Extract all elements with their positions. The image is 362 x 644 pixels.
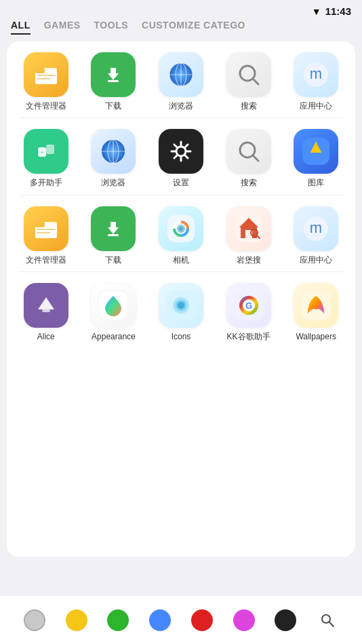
tab-all[interactable]: ALL <box>11 20 31 35</box>
svg-rect-4 <box>37 78 50 79</box>
dot-silver[interactable] <box>24 609 45 631</box>
app-label-multiopen: 多开助手 <box>30 178 62 187</box>
app-row-3: 文件管理器 下载 <box>12 206 350 265</box>
app-item-search-2[interactable]: 搜索 <box>218 129 279 187</box>
app-label-download-1: 下载 <box>105 101 121 111</box>
dot-purple[interactable] <box>233 609 255 631</box>
svg-rect-46 <box>37 229 56 230</box>
svg-text:G: G <box>245 301 252 311</box>
app-item-multiopen[interactable]: + 多开助手 <box>16 129 77 187</box>
svg-rect-50 <box>108 234 119 236</box>
time: 11:43 <box>325 5 351 17</box>
search-button[interactable] <box>317 609 338 631</box>
svg-point-54 <box>179 227 183 231</box>
app-icon-search-1 <box>226 52 271 97</box>
app-item-wallpapers[interactable]: Wallpapers <box>285 283 346 341</box>
divider-3 <box>19 271 343 272</box>
app-icon-browser-2 <box>91 129 136 174</box>
bottom-bar <box>0 595 362 644</box>
app-item-settings[interactable]: 设置 <box>150 129 212 187</box>
svg-rect-3 <box>37 75 56 76</box>
app-icon-file-manager-1 <box>24 52 68 97</box>
svg-rect-7 <box>108 80 119 82</box>
app-label-iwallsearch: 岩堡搜 <box>237 255 261 265</box>
app-row-4: Alice Appearance <box>12 283 350 341</box>
tab-games[interactable]: GAMES <box>44 20 81 35</box>
tab-tools[interactable]: TOOLS <box>94 20 128 35</box>
app-icon-settings <box>159 129 203 174</box>
app-row-1: 文件管理器 下载 <box>12 52 350 111</box>
dot-blue[interactable] <box>149 609 171 631</box>
app-icon-search-2 <box>226 129 271 174</box>
svg-rect-47 <box>37 232 50 233</box>
app-label-browser-2: 浏览器 <box>101 178 125 187</box>
app-item-download-1[interactable]: 下载 <box>83 52 144 111</box>
app-row-2: + 多开助手 浏览器 <box>12 129 350 187</box>
app-icon-iwallsearch <box>226 206 271 251</box>
app-item-camera[interactable]: 相机 <box>150 206 212 265</box>
dot-green[interactable] <box>107 609 129 631</box>
svg-rect-2 <box>35 68 45 73</box>
svg-text:+: + <box>40 149 43 155</box>
app-label-appearance: Appearance <box>92 332 136 341</box>
app-item-app-center-2[interactable]: m 应用中心 <box>285 206 346 265</box>
app-label-file-manager-1: 文件管理器 <box>26 101 66 111</box>
status-bar: ▼ 11:43 <box>0 0 362 20</box>
dot-black[interactable] <box>275 609 296 631</box>
svg-rect-20 <box>46 145 54 154</box>
tab-customize[interactable]: CUSTOMIZE CATEGO <box>142 20 245 35</box>
app-item-browser-2[interactable]: 浏览器 <box>83 129 144 187</box>
app-item-file-manager-1[interactable]: 文件管理器 <box>16 52 77 111</box>
divider-1 <box>19 117 343 118</box>
svg-rect-65 <box>42 309 50 312</box>
svg-rect-45 <box>35 222 45 227</box>
app-item-icons[interactable]: Icons <box>150 283 212 341</box>
svg-point-70 <box>178 302 184 309</box>
app-label-icons: Icons <box>172 332 191 341</box>
app-icon-app-center-1: m <box>294 52 338 97</box>
app-item-file-manager-2[interactable]: 文件管理器 <box>16 206 77 265</box>
app-label-settings: 设置 <box>173 178 189 187</box>
app-icon-icons <box>159 283 203 328</box>
svg-text:m: m <box>310 65 322 82</box>
app-item-search-1[interactable]: 搜索 <box>218 52 279 111</box>
app-label-file-manager-2: 文件管理器 <box>26 255 66 265</box>
wifi-icon: ▼ <box>312 6 321 17</box>
dot-yellow[interactable] <box>66 609 87 631</box>
app-label-alice: Alice <box>37 332 55 341</box>
main-card: 文件管理器 下载 <box>7 41 355 557</box>
app-icon-alice <box>24 283 68 328</box>
app-label-wallpapers: Wallpapers <box>296 332 336 341</box>
app-item-download-2[interactable]: 下载 <box>83 206 144 265</box>
svg-line-38 <box>253 155 258 161</box>
app-item-browser-1[interactable]: 浏览器 <box>150 52 212 111</box>
app-icon-kk: G <box>226 283 271 328</box>
app-icon-wallpapers <box>294 283 338 328</box>
app-label-kk: KK谷歌助手 <box>227 332 270 341</box>
app-label-gallery: 图库 <box>308 178 324 187</box>
app-icon-browser-1 <box>159 52 203 97</box>
app-item-iwallsearch[interactable]: 岩堡搜 <box>218 206 279 265</box>
tab-bar: ALL GAMES TOOLS CUSTOMIZE CATEGO <box>0 20 362 35</box>
svg-text:m: m <box>310 219 322 236</box>
app-item-alice[interactable]: Alice <box>16 283 77 341</box>
svg-line-15 <box>253 79 258 84</box>
app-icon-download-1 <box>91 52 136 97</box>
app-icon-app-center-2: m <box>294 206 338 251</box>
app-label-browser-1: 浏览器 <box>169 101 193 111</box>
app-item-appearance[interactable]: Appearance <box>83 283 144 341</box>
app-icon-multiopen: + <box>24 129 68 174</box>
app-icon-gallery <box>294 129 338 174</box>
app-label-download-2: 下载 <box>105 255 121 265</box>
app-label-camera: 相机 <box>173 255 189 265</box>
divider-2 <box>19 195 343 195</box>
app-icon-appearance <box>91 283 136 328</box>
dot-red[interactable] <box>191 609 213 631</box>
app-item-app-center-1[interactable]: m 应用中心 <box>285 52 346 111</box>
app-label-app-center-2: 应用中心 <box>300 255 332 265</box>
app-icon-download-2 <box>91 206 136 251</box>
svg-line-77 <box>329 622 334 626</box>
svg-point-76 <box>322 615 330 623</box>
app-item-gallery[interactable]: 图库 <box>285 129 346 187</box>
app-item-kk[interactable]: G KK谷歌助手 <box>218 283 279 341</box>
